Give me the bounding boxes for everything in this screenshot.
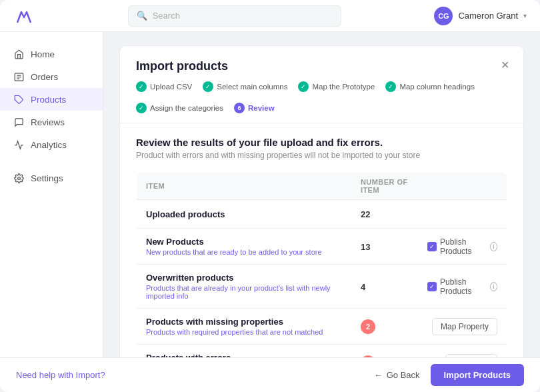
sidebar-reviews-label: Reviews [31, 117, 65, 127]
table-row: Overwritten products Products that are a… [137, 265, 507, 309]
step-check-categories: ✓ [136, 103, 147, 113]
search-placeholder: Search [153, 11, 180, 21]
help-link[interactable]: Need help with Import? [16, 370, 105, 380]
checkbox-checked-icon: ✓ [427, 242, 437, 251]
step-map-prototype: ✓ Map the Prototype [298, 81, 375, 92]
row-count: 4 [361, 282, 365, 292]
search-icon: 🔍 [137, 11, 147, 21]
row-actions: Fix Errors [427, 354, 497, 358]
settings-icon [13, 173, 24, 183]
topbar: 🔍 Search CG Cameron Grant ▾ [0, 0, 540, 32]
table-row: Uploaded products 22 [137, 200, 507, 229]
sidebar-item-products[interactable]: Products [0, 88, 103, 111]
sidebar-products-label: Products [31, 95, 66, 105]
info-icon[interactable]: i [490, 242, 497, 251]
orders-icon [13, 71, 24, 82]
error-badge: 2 [361, 319, 375, 334]
row-name: Products with errors [146, 353, 342, 357]
row-actions: ✓ Publish Products i [427, 277, 497, 296]
step-select-columns: ✓ Select main columns [203, 81, 287, 92]
sidebar-item-analytics[interactable]: Analytics [0, 133, 103, 156]
sidebar-orders-label: Orders [31, 72, 58, 82]
map-property-button[interactable]: Map Property [432, 318, 497, 335]
user-name: Cameron Grant [458, 11, 518, 21]
step-review: 6 Review [234, 103, 275, 113]
checkbox-checked-icon: ✓ [427, 282, 437, 291]
step-check-select: ✓ [203, 81, 213, 92]
dialog-title: Import products [136, 59, 507, 73]
review-subtitle: Product with errors and with missing pro… [136, 151, 507, 160]
import-card: Import products ✕ ✓ Upload CSV ✓ Select … [119, 45, 524, 357]
step-check-headings: ✓ [385, 81, 396, 92]
publish-checkbox-label[interactable]: ✓ Publish Products [427, 237, 485, 256]
step-label-headings: Map column headings [399, 83, 475, 91]
sidebar-item-reviews[interactable]: Reviews [0, 111, 103, 133]
table-row: Products with missing properties Product… [137, 309, 507, 345]
search-box[interactable]: 🔍 Search [128, 5, 341, 27]
sidebar-home-label: Home [31, 49, 55, 59]
avatar: CG [434, 7, 453, 25]
step-map-headings: ✓ Map column headings [385, 81, 475, 92]
step-upload-csv: ✓ Upload CSV [136, 81, 192, 92]
table-row: Products with errors Products with not v… [137, 345, 507, 358]
import-table: ITEM NUMBER OF ITEM Uploaded products [136, 172, 507, 357]
sidebar-settings-label: Settings [31, 173, 63, 183]
col-number-header: NUMBER OF ITEM [351, 173, 418, 200]
col-item-header: ITEM [137, 173, 351, 200]
search-area: 🔍 Search [35, 5, 434, 27]
step-label-map: Map the Prototype [312, 83, 375, 91]
row-desc: Products with required properties that a… [146, 328, 342, 336]
row-name: Products with missing properties [146, 317, 342, 327]
step-check-upload: ✓ [136, 81, 147, 92]
home-icon [13, 49, 24, 59]
card-body: Review the results of your file upload a… [120, 123, 523, 357]
step-badge-review: 6 [234, 103, 245, 113]
products-icon [13, 94, 24, 105]
row-name: New Products [146, 237, 342, 247]
content-area: Import products ✕ ✓ Upload CSV ✓ Select … [103, 32, 540, 357]
main-layout: Home Orders [0, 32, 540, 357]
step-label-select: Select main columns [217, 83, 287, 91]
row-count: 13 [361, 242, 370, 252]
step-label-review: Review [248, 104, 275, 112]
publish-label: Publish Products [440, 277, 485, 296]
sidebar-item-orders[interactable]: Orders [0, 65, 103, 88]
sidebar-item-settings[interactable]: Settings [0, 167, 103, 189]
svg-point-5 [17, 177, 20, 179]
import-products-button[interactable]: Import Products [431, 364, 524, 386]
step-check-map: ✓ [298, 81, 309, 92]
info-icon[interactable]: i [490, 282, 497, 291]
publish-label: Publish Products [440, 237, 485, 256]
row-actions: Map Property [427, 318, 497, 335]
fix-errors-button[interactable]: Fix Errors [445, 354, 497, 358]
card-header: Import products ✕ ✓ Upload CSV ✓ Select … [120, 46, 523, 123]
col-action-header [418, 173, 507, 200]
app-logo [13, 5, 35, 27]
publish-checkbox-label[interactable]: ✓ Publish Products [427, 277, 485, 296]
table-header: ITEM NUMBER OF ITEM [137, 173, 507, 200]
reviews-icon [13, 117, 24, 127]
back-label: Go Back [387, 370, 420, 380]
row-count: 22 [361, 209, 370, 219]
sidebar: Home Orders [0, 32, 103, 357]
row-actions: ✓ Publish Products i [427, 237, 497, 256]
close-button[interactable]: ✕ [497, 57, 513, 73]
row-name: Uploaded products [146, 209, 342, 219]
footer-actions: ← Go Back Import Products [374, 364, 524, 386]
row-desc: New products that are ready to be added … [146, 248, 342, 256]
step-label-categories: Assign the categories [150, 104, 223, 112]
review-title: Review the results of your file upload a… [136, 137, 507, 148]
chevron-down-icon: ▾ [523, 12, 527, 19]
sidebar-analytics-label: Analytics [31, 140, 67, 150]
app-shell: 🔍 Search CG Cameron Grant ▾ Home [0, 0, 540, 392]
user-menu[interactable]: CG Cameron Grant ▾ [434, 7, 527, 25]
sidebar-item-home[interactable]: Home [0, 43, 103, 65]
table-row: New Products New products that are ready… [137, 229, 507, 265]
back-button[interactable]: ← Go Back [374, 370, 420, 380]
step-label-upload: Upload CSV [150, 83, 192, 91]
back-arrow-icon: ← [374, 370, 383, 380]
analytics-icon [13, 139, 24, 150]
error-badge: 3 [361, 355, 375, 358]
row-name: Overwritten products [146, 273, 342, 283]
step-assign-categories: ✓ Assign the categories [136, 103, 223, 113]
